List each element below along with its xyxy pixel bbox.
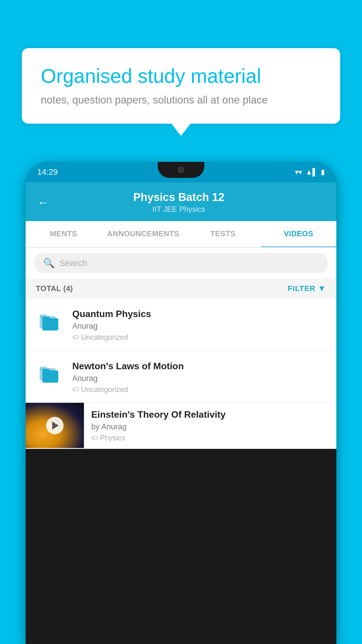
list-item[interactable]: Einstein's Theory Of Relativity by Anura… — [26, 403, 336, 449]
wifi-icon: ▾▾ — [295, 168, 302, 176]
speech-bubble: Organised study material notes, question… — [22, 48, 340, 124]
screen-title: Physics Batch 12 — [58, 191, 300, 204]
video-list: Quantum Physics Anurag 🏷 Uncategorized — [26, 298, 336, 449]
app-header: ← Physics Batch 12 IIT JEE Physics — [26, 182, 336, 221]
bubble-subtitle: notes, question papers, solutions all at… — [41, 94, 321, 106]
video-item-info: Quantum Physics Anurag 🏷 Uncategorized — [72, 307, 326, 342]
video-title: Newton's Laws of Motion — [72, 361, 326, 372]
phone-frame: 14:29 ▾▾ ▲▌ ▮ ← Physics Batch 12 IIT JEE… — [26, 162, 336, 644]
notch — [158, 162, 204, 178]
search-bar: 🔍 Search — [26, 248, 336, 279]
video-author: Anurag — [72, 374, 326, 383]
folder-icon — [36, 359, 64, 388]
tab-announcements[interactable]: ANNOUNCEMENTS — [101, 221, 185, 247]
svg-rect-7 — [42, 369, 50, 372]
video-tag: 🏷 Uncategorized — [72, 385, 326, 394]
tab-tests[interactable]: TESTS — [185, 221, 261, 247]
status-icons: ▾▾ ▲▌ ▮ — [295, 168, 325, 176]
search-icon: 🔍 — [43, 258, 55, 269]
svg-rect-3 — [42, 317, 50, 320]
video-item-info: Einstein's Theory Of Relativity by Anura… — [84, 403, 336, 449]
play-icon — [52, 421, 59, 430]
tab-ments[interactable]: MENTS — [26, 221, 101, 247]
app-container: ← Physics Batch 12 IIT JEE Physics MENTS… — [26, 182, 336, 449]
svg-rect-6 — [42, 370, 58, 383]
status-time: 14:29 — [37, 167, 58, 177]
front-camera — [178, 167, 184, 173]
video-tag: 🏷 Physics — [91, 434, 329, 442]
search-input[interactable]: Search — [59, 258, 87, 268]
back-button[interactable]: ← — [37, 196, 49, 209]
breadcrumb: IIT JEE Physics — [58, 205, 300, 214]
tag-icon: 🏷 — [91, 434, 98, 442]
folder-icon — [36, 307, 64, 336]
video-item-info: Newton's Laws of Motion Anurag 🏷 Uncateg… — [72, 359, 326, 394]
play-button[interactable] — [46, 417, 64, 434]
video-author: by Anurag — [91, 422, 329, 431]
svg-rect-2 — [42, 318, 58, 330]
status-bar: 14:29 ▾▾ ▲▌ ▮ — [26, 162, 336, 182]
list-item[interactable]: Newton's Laws of Motion Anurag 🏷 Uncateg… — [26, 351, 336, 403]
search-input-wrapper[interactable]: 🔍 Search — [34, 253, 328, 273]
video-title: Einstein's Theory Of Relativity — [91, 409, 329, 420]
filter-button[interactable]: FILTER ▼ — [288, 284, 326, 293]
video-title: Quantum Physics — [72, 309, 326, 319]
video-tag: 🏷 Uncategorized — [72, 333, 326, 342]
filter-bar: TOTAL (4) FILTER ▼ — [26, 279, 336, 298]
video-author: Anurag — [72, 322, 326, 331]
tag-icon: 🏷 — [72, 334, 79, 341]
header-text: Physics Batch 12 IIT JEE Physics — [58, 191, 300, 214]
signal-icon: ▲▌ — [305, 168, 317, 176]
tag-icon: 🏷 — [72, 386, 79, 393]
total-count: TOTAL (4) — [36, 284, 73, 293]
filter-icon: ▼ — [318, 284, 326, 293]
battery-icon: ▮ — [321, 168, 325, 176]
tab-videos[interactable]: VIDEOS — [261, 221, 336, 248]
tabs-bar: MENTS ANNOUNCEMENTS TESTS VIDEOS — [26, 221, 336, 248]
video-thumbnail — [26, 403, 84, 448]
list-item[interactable]: Quantum Physics Anurag 🏷 Uncategorized — [26, 298, 336, 351]
bubble-title: Organised study material — [41, 64, 321, 88]
